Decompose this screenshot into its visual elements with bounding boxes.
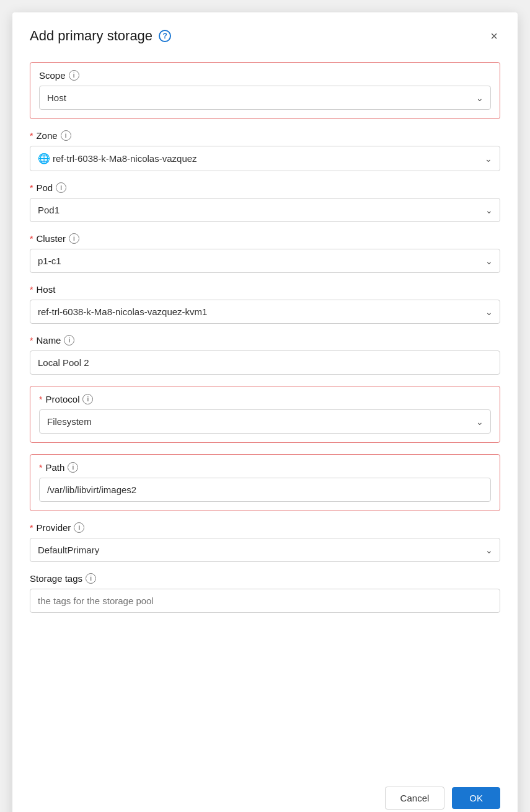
protocol-field-group: * Protocol i Filesystem NFS iSCSI ⌄ [30, 386, 500, 443]
dialog-footer: Cancel OK [12, 777, 518, 812]
globe-icon: 🌐 [38, 153, 50, 164]
cluster-field: * Cluster i p1-c1 ⌄ [30, 233, 500, 273]
provider-info-icon[interactable]: i [74, 522, 84, 533]
zone-select-wrapper: 🌐 ref-trl-6038-k-Ma8-nicolas-vazquez ⌄ [30, 146, 500, 171]
provider-select-wrapper: DefaultPrimary ⌄ [30, 538, 500, 562]
protocol-select-wrapper: Filesystem NFS iSCSI ⌄ [39, 409, 491, 434]
pod-select-wrapper: Pod1 ⌄ [30, 198, 500, 222]
storage-tags-info-icon[interactable]: i [86, 573, 96, 584]
pod-select[interactable]: Pod1 [30, 198, 500, 222]
dialog-body: Scope i Host Zone Cluster ⌄ * Zone i [12, 55, 518, 777]
host-select[interactable]: ref-trl-6038-k-Ma8-nicolas-vazquez-kvm1 [30, 300, 500, 324]
dialog-title-text: Add primary storage [30, 28, 152, 44]
host-select-wrapper: ref-trl-6038-k-Ma8-nicolas-vazquez-kvm1 … [30, 300, 500, 324]
dialog-title: Add primary storage ? [30, 28, 171, 44]
provider-select[interactable]: DefaultPrimary [30, 538, 500, 562]
zone-info-icon[interactable]: i [61, 130, 71, 141]
storage-tags-label: Storage tags i [30, 573, 500, 584]
pod-label: * Pod i [30, 182, 500, 193]
cluster-select[interactable]: p1-c1 [30, 249, 500, 273]
cluster-select-wrapper: p1-c1 ⌄ [30, 249, 500, 273]
ok-button[interactable]: OK [452, 787, 500, 809]
storage-tags-field: Storage tags i [30, 573, 500, 613]
name-label: * Name i [30, 335, 500, 346]
scope-label: Scope i [39, 70, 491, 81]
zone-chevron-icon: ⌄ [485, 154, 492, 164]
zone-label: * Zone i [30, 130, 500, 141]
scope-info-icon[interactable]: i [69, 70, 79, 81]
storage-tags-input[interactable] [30, 589, 500, 613]
zone-field: * Zone i 🌐 ref-trl-6038-k-Ma8-nicolas-va… [30, 130, 500, 171]
name-info-icon[interactable]: i [64, 335, 74, 346]
protocol-label: * Protocol i [39, 394, 491, 404]
path-field-group: * Path i [30, 454, 500, 511]
host-field: * Host ref-trl-6038-k-Ma8-nicolas-vazque… [30, 284, 500, 324]
path-label: * Path i [39, 462, 491, 473]
cancel-button[interactable]: Cancel [385, 787, 445, 810]
provider-field: * Provider i DefaultPrimary ⌄ [30, 522, 500, 562]
dialog-header: Add primary storage ? × [12, 12, 518, 55]
close-button[interactable]: × [488, 27, 500, 45]
protocol-info-icon[interactable]: i [82, 394, 93, 404]
help-icon[interactable]: ? [159, 30, 171, 42]
add-primary-storage-dialog: Add primary storage ? × Scope i Host Zon… [12, 12, 518, 812]
pod-info-icon[interactable]: i [56, 182, 66, 193]
scope-select[interactable]: Host Zone Cluster [39, 86, 491, 110]
scope-field-group: Scope i Host Zone Cluster ⌄ [30, 62, 500, 119]
scope-select-wrapper: Host Zone Cluster ⌄ [39, 86, 491, 110]
host-label: * Host [30, 284, 500, 295]
name-field: * Name i [30, 335, 500, 375]
cluster-label: * Cluster i [30, 233, 500, 244]
name-input[interactable] [30, 350, 500, 375]
provider-label: * Provider i [30, 522, 500, 533]
path-info-icon[interactable]: i [68, 462, 78, 473]
protocol-select[interactable]: Filesystem NFS iSCSI [39, 409, 491, 434]
pod-field: * Pod i Pod1 ⌄ [30, 182, 500, 222]
cluster-info-icon[interactable]: i [69, 233, 79, 244]
path-input[interactable] [39, 478, 491, 502]
zone-select[interactable]: 🌐 ref-trl-6038-k-Ma8-nicolas-vazquez ⌄ [30, 146, 500, 171]
